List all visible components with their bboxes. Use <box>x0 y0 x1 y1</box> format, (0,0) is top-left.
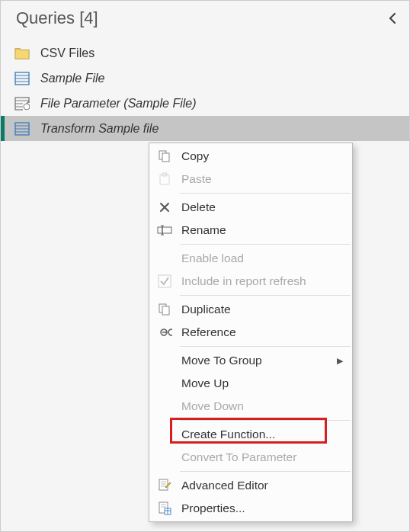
paste-icon <box>155 170 174 188</box>
checkbox-checked-icon <box>155 272 174 290</box>
query-list: CSV Files Sample File <box>1 40 409 141</box>
chevron-right-icon: ▶ <box>337 356 343 366</box>
menu-separator <box>180 346 351 347</box>
menu-label: Move Up <box>181 377 229 390</box>
menu-advanced-editor[interactable]: Advanced Editor <box>149 474 352 497</box>
menu-move-up[interactable]: Move Up <box>149 372 352 395</box>
menu-delete[interactable]: Delete <box>149 196 352 219</box>
menu-label: Advanced Editor <box>181 479 268 492</box>
menu-separator <box>180 420 351 421</box>
blank-icon <box>155 351 174 370</box>
delete-icon <box>155 198 174 216</box>
menu-label: Move To Group <box>181 354 262 367</box>
folder-icon <box>14 46 30 61</box>
blank-icon <box>155 425 174 444</box>
context-menu: Copy Paste Delete <box>149 143 353 522</box>
collapse-chevron-icon[interactable] <box>386 12 399 24</box>
svg-rect-26 <box>159 479 168 490</box>
blank-icon <box>155 397 174 415</box>
menu-label: Create Function... <box>181 428 275 441</box>
table-icon <box>14 121 30 136</box>
queries-panel: Queries [4] CSV Files <box>0 0 410 532</box>
menu-move-group[interactable]: Move To Group ▶ <box>149 349 352 372</box>
menu-label: Paste <box>181 172 212 186</box>
menu-label: Include in report refresh <box>181 274 306 288</box>
menu-enable-load: Enable load <box>149 247 352 270</box>
parameter-icon <box>14 96 30 111</box>
query-label: File Parameter (Sample File) <box>40 97 197 111</box>
menu-separator <box>180 471 351 472</box>
menu-label: Duplicate <box>181 303 231 316</box>
query-label: Transform Sample file <box>40 122 159 136</box>
query-item-csv-files[interactable]: CSV Files <box>1 40 409 66</box>
query-item-file-parameter[interactable]: File Parameter (Sample File) <box>1 91 409 116</box>
menu-label: Convert To Parameter <box>181 450 296 464</box>
menu-reference[interactable]: Reference <box>149 321 352 344</box>
copy-icon <box>155 147 174 165</box>
menu-separator <box>180 295 351 296</box>
menu-copy[interactable]: Copy <box>149 145 352 168</box>
query-item-transform-sample[interactable]: Transform Sample file <box>1 116 409 141</box>
reference-icon <box>155 323 174 341</box>
blank-icon <box>155 448 174 466</box>
svg-rect-22 <box>159 275 171 287</box>
menu-separator <box>180 244 351 245</box>
menu-convert-parameter: Convert To Parameter <box>149 446 352 469</box>
properties-icon <box>155 499 174 518</box>
query-label: Sample File <box>40 72 104 85</box>
panel-title: Queries [4] <box>16 8 98 28</box>
menu-duplicate[interactable]: Duplicate <box>149 298 352 321</box>
menu-move-down: Move Down <box>149 395 352 418</box>
rename-icon <box>155 221 174 239</box>
menu-rename[interactable]: Rename <box>149 219 352 242</box>
query-label: CSV Files <box>40 46 94 60</box>
menu-label: Enable load <box>181 252 244 265</box>
menu-create-function[interactable]: Create Function... <box>149 423 352 446</box>
blank-icon <box>155 249 174 268</box>
blank-icon <box>155 374 174 393</box>
svg-rect-24 <box>162 306 169 315</box>
svg-rect-0 <box>15 50 29 59</box>
query-item-sample-file[interactable]: Sample File <box>1 66 409 91</box>
svg-rect-17 <box>162 173 167 176</box>
menu-include-refresh: Include in report refresh <box>149 270 352 293</box>
menu-label: Rename <box>181 223 226 237</box>
panel-header: Queries [4] <box>1 1 409 40</box>
menu-label: Reference <box>181 325 236 339</box>
menu-properties[interactable]: Properties... <box>149 497 352 520</box>
advanced-editor-icon <box>155 476 174 495</box>
menu-paste: Paste <box>149 168 352 191</box>
duplicate-icon <box>155 300 174 319</box>
svg-rect-18 <box>158 227 171 233</box>
table-icon <box>14 71 30 86</box>
menu-label: Properties... <box>181 502 245 515</box>
menu-label: Delete <box>181 200 216 214</box>
menu-label: Copy <box>181 149 209 163</box>
menu-label: Move Down <box>181 399 244 413</box>
svg-rect-15 <box>162 153 169 162</box>
menu-separator <box>180 193 351 194</box>
